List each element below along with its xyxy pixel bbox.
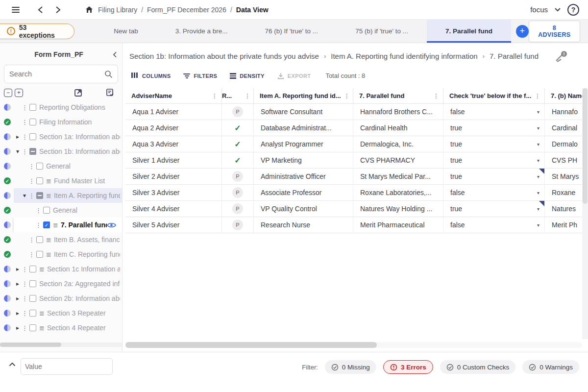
expand-all-button[interactable]: + (15, 89, 23, 97)
cell-name-b[interactable]: St Marys (545, 169, 582, 184)
column-menu-icon[interactable]: ⋮ (430, 93, 442, 99)
tree-checkbox[interactable] (43, 207, 50, 214)
column-menu-icon[interactable]: ⋮ (532, 93, 543, 99)
tree-item[interactable]: ⋮Filing Information (0, 115, 122, 129)
chevron-down-icon[interactable]: ▾ (21, 192, 28, 199)
cell-item-a[interactable]: VP Quality Control (254, 201, 353, 217)
tree-checkbox[interactable] (36, 192, 43, 199)
tree-checkbox[interactable] (29, 104, 36, 111)
cell-check-true[interactable]: true▾ (443, 169, 545, 184)
tree-item[interactable]: ▸⋮≣Section 1c Information ab (0, 262, 122, 276)
breadcrumb-filing-library[interactable]: Filing Library (98, 6, 137, 14)
cell-parallel-fund[interactable]: Dermalogica, Inc. (353, 136, 443, 152)
cell-check-true[interactable]: true▾ (443, 136, 545, 152)
cell-adviser[interactable]: Silver 1 Adviser (125, 152, 222, 168)
chevron-down-icon[interactable]: ▾ (14, 148, 22, 155)
tree-item[interactable]: ▸⋮Section 2a: Aggregated infor (0, 276, 122, 291)
cell-parallel-fund[interactable]: St Marys Medical Par... (353, 169, 443, 184)
cell-item-a[interactable]: Associate Professor (254, 185, 353, 200)
tab-3-provide-a-bre[interactable]: 3. Provide a bre... (157, 20, 246, 43)
cell-parallel-fund[interactable]: Cardinal Health (353, 120, 443, 136)
column-header[interactable]: R...⋮ (222, 88, 254, 103)
tree-item[interactable]: ▸⋮Section 1a: Information abou (0, 129, 122, 144)
dropdown-caret-icon[interactable]: ▾ (537, 125, 539, 131)
chevron-right-icon[interactable]: ▸ (14, 310, 22, 317)
hamburger-menu-icon[interactable] (9, 3, 23, 17)
column-menu-icon[interactable]: ⋮ (242, 93, 253, 99)
cell-parallel-fund[interactable]: Roxane Laboratories,... (353, 185, 443, 200)
tree-item[interactable]: ⋮General (0, 159, 122, 173)
dropdown-caret-icon[interactable]: ▾ (537, 158, 539, 163)
tree-item[interactable]: ⋮≣Item B. Assets, financin (0, 232, 122, 247)
cell-name-b[interactable]: Natures (545, 201, 582, 217)
home-icon[interactable] (84, 3, 94, 17)
breadcrumb-form-pf[interactable]: Form_PF December 2026 (147, 6, 226, 14)
section-breadcrumb-item-a[interactable]: Item A. Reporting fund identifying infor… (331, 52, 477, 60)
kebab-menu-icon[interactable]: ⋮ (28, 177, 33, 185)
kebab-menu-icon[interactable]: ⋮ (22, 104, 26, 111)
cell-parallel-fund[interactable]: CVS PHARMACY (353, 152, 443, 168)
collapse-all-button[interactable]: − (4, 89, 12, 97)
add-tab-button[interactable]: + (516, 25, 529, 38)
cell-parallel-fund[interactable]: Natures Way Holding ... (353, 201, 443, 217)
cell-adviser[interactable]: Aqua 2 Adviser (125, 120, 222, 136)
dropdown-caret-icon[interactable]: ▾ (537, 109, 539, 115)
export-button[interactable]: EXPORT (277, 73, 311, 79)
horizontal-scrollbar[interactable] (125, 342, 582, 348)
tree-item[interactable]: ⋮≣Fund Master List (0, 173, 122, 188)
tab-76-b-if-true-to[interactable]: 76 (b) If 'true' to ... (246, 20, 337, 43)
chevron-right-icon[interactable]: ▸ (14, 266, 22, 272)
filter-chip-0-missing[interactable]: 0 Missing (325, 360, 376, 374)
cell-adviser[interactable]: Silver 3 Adviser (125, 185, 222, 200)
kebab-menu-icon[interactable]: ⋮ (22, 148, 26, 155)
cell-review[interactable]: P (222, 169, 254, 184)
filter-chip-0-custom-checks[interactable]: 0 Custom Checks (440, 360, 516, 374)
cell-check-true[interactable]: false▾ (443, 217, 545, 233)
kebab-menu-icon[interactable]: ⋮ (28, 251, 33, 258)
column-menu-icon[interactable]: ⋮ (209, 93, 220, 99)
column-header[interactable]: 7. (b) Name (545, 88, 582, 103)
cell-item-a[interactable]: Database Administrat... (254, 120, 353, 136)
kebab-menu-icon[interactable]: ⋮ (35, 221, 40, 229)
cell-adviser[interactable]: Silver 5 Adviser (125, 217, 222, 233)
cell-name-b[interactable]: Hannafo (545, 104, 582, 120)
cell-review[interactable]: P (222, 201, 254, 217)
cell-item-a[interactable]: Analyst Programmer (254, 136, 353, 152)
advisers-button[interactable]: 8 ADVISERS (529, 21, 580, 42)
sidebar-horizontal-scrollbar[interactable] (0, 343, 122, 347)
search-input[interactable] (9, 70, 104, 78)
filter-chip-3-errors[interactable]: 3 Errors (383, 360, 433, 374)
tree-checkbox[interactable] (36, 251, 43, 258)
cell-adviser[interactable]: Silver 2 Adviser (125, 169, 222, 184)
dropdown-caret-icon[interactable]: ▾ (537, 206, 539, 212)
kebab-menu-icon[interactable]: ⋮ (28, 236, 33, 244)
tree-checkbox[interactable] (29, 295, 36, 302)
dropdown-caret-icon[interactable]: ▾ (537, 142, 539, 147)
chevron-right-icon[interactable]: ▸ (14, 295, 22, 302)
kebab-menu-icon[interactable]: ⋮ (22, 295, 26, 302)
tree-item[interactable]: ⋮≣Item C. Reporting fund (0, 247, 122, 262)
value-input[interactable] (25, 363, 114, 370)
kebab-menu-icon[interactable]: ⋮ (22, 280, 26, 288)
vertical-scrollbar[interactable] (582, 88, 588, 339)
tree-item[interactable]: ▸⋮Section 2b: Information abou (0, 291, 122, 306)
value-search-box[interactable] (21, 358, 113, 375)
cell-parallel-fund[interactable]: Hannaford Brothers C... (353, 104, 443, 120)
section-breadcrumb-1b[interactable]: Section 1b: Information about the privat… (129, 52, 319, 60)
chevron-right-icon[interactable]: ▸ (14, 280, 22, 287)
cell-check-true[interactable]: false▾ (443, 104, 545, 120)
open-external-icon[interactable] (74, 88, 83, 97)
cell-name-b[interactable]: Merit Ph (545, 217, 582, 233)
cell-review[interactable]: P (222, 185, 254, 200)
cell-parallel-fund[interactable]: Merit Pharmaceutical (353, 217, 443, 233)
kebab-menu-icon[interactable]: ⋮ (22, 133, 26, 141)
cell-adviser[interactable]: Aqua 3 Adviser (125, 136, 222, 152)
cell-item-a[interactable]: VP Marketing (254, 152, 353, 168)
tree-checkbox[interactable] (36, 163, 43, 170)
kebab-menu-icon[interactable]: ⋮ (22, 310, 26, 317)
kebab-menu-icon[interactable]: ⋮ (22, 324, 26, 332)
column-header[interactable]: 7. Parallel fund⋮ (353, 88, 443, 103)
tree-checkbox[interactable] (29, 310, 36, 317)
filters-button[interactable]: FILTERS (183, 73, 217, 79)
tree-checkbox[interactable] (29, 119, 36, 125)
